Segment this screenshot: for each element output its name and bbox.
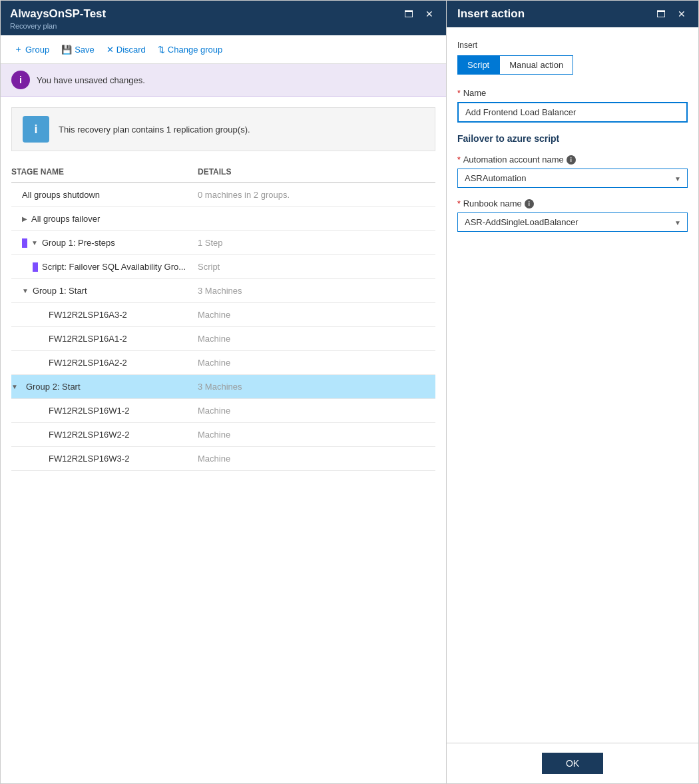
info-icon: i — [11, 71, 30, 89]
table-row[interactable]: ▶ All groups failover — [11, 207, 435, 231]
table-row: FW12R2LSP16A1-2 Machine — [11, 327, 435, 351]
chevron-down-icon: ▼ — [22, 287, 29, 294]
col-details-header: DETAILS — [198, 167, 435, 177]
chevron-down-icon: ▼ — [31, 239, 38, 246]
info-tooltip-icon: i — [567, 155, 576, 165]
tab-manual-action[interactable]: Manual action — [499, 55, 573, 75]
left-panel: AlwaysOnSP-Test Recovery plan 🗖 ✕ ＋ Grou… — [1, 1, 447, 783]
table-row: FW12R2LSP16A3-2 Machine — [11, 303, 435, 327]
discard-button[interactable]: ✕ Discard — [103, 42, 150, 57]
app-subtitle: Recovery plan — [10, 22, 106, 30]
automation-account-select-wrapper: ASRAutomation — [457, 169, 688, 188]
right-minimize-button[interactable]: 🗖 — [653, 7, 669, 21]
table-header: STAGE NAME DETAILS — [11, 162, 435, 183]
row-details: 0 machines in 2 groups. — [198, 190, 435, 200]
automation-account-field-group: * Automation account name i ASRAutomatio… — [457, 155, 688, 188]
info-icon-blue: i — [23, 116, 49, 143]
table-area: STAGE NAME DETAILS All groups shutdown 0… — [11, 162, 435, 783]
plan-info-text: This recovery plan contains 1 replicatio… — [59, 125, 250, 135]
script-icon — [33, 262, 38, 272]
name-input[interactable] — [457, 102, 688, 123]
row-stage: FW12R2LSP16W1-2 — [11, 406, 198, 416]
row-stage: FW12R2LSP16A3-2 — [11, 310, 198, 320]
right-panel: Insert action 🗖 ✕ Insert Script Manual a… — [447, 1, 698, 783]
row-stage: FW12R2LSP16A2-2 — [11, 358, 198, 368]
save-button[interactable]: 💾 Save — [57, 42, 99, 57]
row-details: 3 Machines — [198, 286, 435, 296]
insert-label: Insert — [457, 41, 688, 50]
save-icon: 💾 — [61, 45, 72, 55]
name-field-label: * Name — [457, 88, 688, 98]
right-content: Insert Script Manual action * Name Failo… — [447, 27, 698, 743]
required-star: * — [457, 155, 461, 165]
row-details: Machine — [198, 406, 435, 416]
row-stage: Script: Failover SQL Availability Gro... — [11, 262, 198, 272]
runbook-name-select-wrapper: ASR-AddSingleLoadBalancer — [457, 212, 688, 232]
chevron-right-icon: ▶ — [22, 215, 27, 222]
discard-icon: ✕ — [107, 45, 114, 55]
row-details: 1 Step — [198, 238, 435, 248]
left-header: AlwaysOnSP-Test Recovery plan 🗖 ✕ — [1, 1, 446, 35]
table-row: FW12R2LSP16W1-2 Machine — [11, 399, 435, 423]
table-row: FW12R2LSP16W2-2 Machine — [11, 423, 435, 447]
tab-script[interactable]: Script — [457, 55, 499, 75]
right-header-controls: 🗖 ✕ — [653, 7, 689, 21]
table-row[interactable]: ▼ Group 1: Pre-steps 1 Step — [11, 231, 435, 255]
right-close-button[interactable]: ✕ — [674, 7, 689, 21]
automation-account-label: * Automation account name i — [457, 155, 688, 165]
row-stage: ▼ Group 1: Pre-steps — [11, 238, 198, 248]
table-row: FW12R2LSP16W3-2 Machine — [11, 447, 435, 471]
row-details: Machine — [198, 358, 435, 368]
toolbar: ＋ Group 💾 Save ✕ Discard ⇅ Change group — [1, 35, 446, 64]
runbook-name-label: * Runbook name i — [457, 198, 688, 208]
chevron-down-icon: ▼ — [11, 383, 18, 390]
close-button[interactable]: ✕ — [422, 7, 437, 21]
required-star: * — [457, 89, 461, 98]
name-field-group: * Name — [457, 88, 688, 123]
ok-button[interactable]: OK — [542, 753, 603, 774]
right-header: Insert action 🗖 ✕ — [447, 1, 698, 27]
row-details: Machine — [198, 310, 435, 320]
table-row[interactable]: ▼ Group 1: Start 3 Machines — [11, 279, 435, 303]
row-stage: ▼ Group 2: Start — [11, 382, 198, 392]
plus-icon: ＋ — [14, 43, 23, 55]
row-details: Machine — [198, 430, 435, 440]
automation-account-select[interactable]: ASRAutomation — [457, 169, 688, 188]
row-stage: All groups shutdown — [11, 190, 198, 200]
change-group-icon: ⇅ — [158, 45, 165, 55]
left-header-title: AlwaysOnSP-Test Recovery plan — [10, 7, 106, 30]
table-row: All groups shutdown 0 machines in 2 grou… — [11, 183, 435, 207]
row-stage: FW12R2LSP16W2-2 — [11, 430, 198, 440]
change-group-button[interactable]: ⇅ Change group — [154, 42, 226, 57]
tab-row: Script Manual action — [457, 55, 688, 75]
table-row-highlighted[interactable]: ▼ Group 2: Start 3 Machines — [11, 375, 435, 399]
col-stage-header: STAGE NAME — [11, 167, 198, 177]
row-stage: ▶ All groups failover — [11, 214, 198, 224]
group-button[interactable]: ＋ Group — [10, 41, 53, 58]
table-row: FW12R2LSP16A2-2 Machine — [11, 351, 435, 375]
banner-text: You have unsaved changes. — [37, 75, 145, 85]
app-title: AlwaysOnSP-Test — [10, 7, 106, 21]
info-tooltip-icon: i — [525, 199, 534, 208]
table-row: Script: Failover SQL Availability Gro...… — [11, 255, 435, 279]
minimize-button[interactable]: 🗖 — [401, 7, 417, 21]
row-stage: FW12R2LSP16A1-2 — [11, 334, 198, 344]
section-title: Failover to azure script — [457, 133, 688, 144]
row-stage: ▼ Group 1: Start — [11, 286, 198, 296]
unsaved-banner: i You have unsaved changes. — [1, 64, 446, 97]
group-icon — [22, 238, 27, 248]
row-details: Machine — [198, 334, 435, 344]
plan-info-box: i This recovery plan contains 1 replicat… — [11, 107, 435, 151]
runbook-name-select[interactable]: ASR-AddSingleLoadBalancer — [457, 212, 688, 232]
right-panel-title: Insert action — [457, 7, 525, 21]
runbook-name-field-group: * Runbook name i ASR-AddSingleLoadBalanc… — [457, 198, 688, 232]
row-details: Machine — [198, 454, 435, 464]
row-details: 3 Machines — [198, 382, 435, 392]
row-stage: FW12R2LSP16W3-2 — [11, 454, 198, 464]
row-details: Script — [198, 262, 435, 272]
right-footer: OK — [447, 743, 698, 783]
required-star: * — [457, 199, 461, 208]
left-header-controls: 🗖 ✕ — [401, 7, 437, 21]
